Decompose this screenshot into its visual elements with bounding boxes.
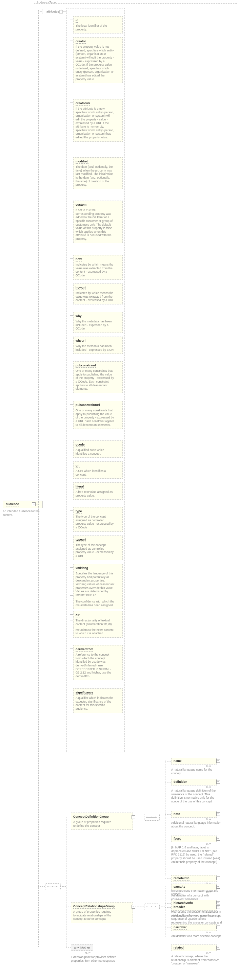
element-definition[interactable]: definition: [171, 779, 217, 786]
attr-custom[interactable]: customIf set to true the corresponding p…: [73, 200, 123, 243]
element-note[interactable]: note: [171, 811, 217, 818]
attr-why[interactable]: whyWhy the metadata has been included - …: [73, 312, 123, 333]
cardinality: 0..∞: [206, 951, 211, 954]
attr-dir[interactable]: dirThe directionality of textual content…: [73, 611, 123, 628]
attr-pubconstrainturi[interactable]: pubconstrainturiOne or many constraints …: [73, 401, 123, 429]
expand-icon[interactable]: −: [132, 815, 135, 819]
attr-howuri[interactable]: howuriIndicates by which means the value…: [73, 283, 123, 304]
expand-icon[interactable]: +: [216, 905, 220, 909]
attr-pubconstraint[interactable]: pubconstraintOne or many constraints tha…: [73, 361, 123, 393]
attr-whyuri[interactable]: whyuriWhy the metadata has been included…: [73, 337, 123, 354]
attr-derivedfrom[interactable]: derivedfromA reference to the concept fr…: [73, 645, 123, 680]
element-related[interactable]: related: [171, 945, 217, 951]
attr-type[interactable]: typeThe type of the concept assigned as …: [73, 507, 123, 532]
expand-icon[interactable]: +: [216, 812, 220, 816]
element-facet[interactable]: facet: [171, 835, 217, 842]
expand-icon[interactable]: +: [216, 901, 220, 905]
element-broader[interactable]: broader: [171, 904, 217, 911]
any-extension-desc: Extension point for provider-defined pro…: [71, 955, 122, 963]
cardinality: 0..∞: [85, 951, 90, 954]
sequence-compositor[interactable]: [45, 883, 61, 890]
attr-creatoruri[interactable]: creatoruriIf the attribute is empty, spe…: [73, 99, 123, 142]
cardinality: 0..∞: [206, 818, 211, 821]
attr-creator[interactable]: creatorIf the property value is not defi…: [73, 37, 123, 83]
element-narrower[interactable]: narrower: [171, 924, 217, 931]
sequence-compositor[interactable]: [144, 904, 160, 910]
expand-icon[interactable]: −: [32, 502, 35, 506]
attr-xml:lang[interactable]: xml:langSpecifies the language of this p…: [73, 564, 123, 599]
root-desc: An intended audience for the content.: [3, 509, 43, 517]
any-extension: any ##other: [71, 945, 93, 951]
outer-frame: [34, 3, 237, 978]
attr-id[interactable]: idThe local identifier of the property.: [73, 16, 123, 33]
expand-icon[interactable]: +: [216, 877, 220, 880]
concept-definition-group[interactable]: ConceptDefinitionGroup A group of proper…: [71, 813, 133, 830]
concept-relationships-group[interactable]: ConceptRelationshipsGroup A group of pro…: [71, 902, 133, 923]
expand-icon[interactable]: +: [216, 837, 220, 841]
cardinality: 0..∞: [206, 842, 211, 845]
expand-icon[interactable]: +: [216, 926, 220, 929]
expand-icon[interactable]: +: [216, 946, 220, 950]
root-element[interactable]: audience: [3, 501, 43, 508]
attr-literal[interactable]: literalA free-text value assigned as pro…: [73, 482, 123, 500]
cardinality: 0..∞: [206, 931, 211, 934]
cardinality: 0..∞: [206, 890, 211, 893]
cardinality: 0..∞: [206, 765, 211, 768]
expand-icon[interactable]: +: [216, 885, 220, 889]
sequence-compositor[interactable]: [144, 814, 160, 821]
expand-icon[interactable]: +: [216, 759, 220, 763]
expand-icon[interactable]: −: [132, 905, 135, 908]
type-title: AudienceType: [37, 1, 56, 4]
element-name[interactable]: name: [171, 758, 217, 765]
attr-qcode[interactable]: qcodeA qualified code which identifies a…: [73, 441, 123, 458]
cardinality: 0..∞: [206, 786, 211, 789]
attr-typeuri[interactable]: typeuriThe type of the concept assigned …: [73, 536, 123, 560]
cardinality: 0..∞: [206, 911, 211, 914]
attr-how[interactable]: howIndicates by which means the value wa…: [73, 255, 123, 280]
element-remoteInfo[interactable]: remoteInfo: [171, 875, 217, 882]
attr-modified[interactable]: modifiedThe date (and, optionally, the t…: [73, 157, 123, 189]
attr-significance[interactable]: significanceA qualifier which indicates …: [73, 689, 123, 713]
element-sameAs[interactable]: sameAs: [171, 884, 217, 890]
expand-icon[interactable]: +: [216, 780, 220, 784]
attributes-box[interactable]: attributes: [42, 9, 61, 14]
root-name: audience: [6, 502, 19, 506]
attr-uri[interactable]: uriA URI which identifies a concept.: [73, 461, 123, 479]
